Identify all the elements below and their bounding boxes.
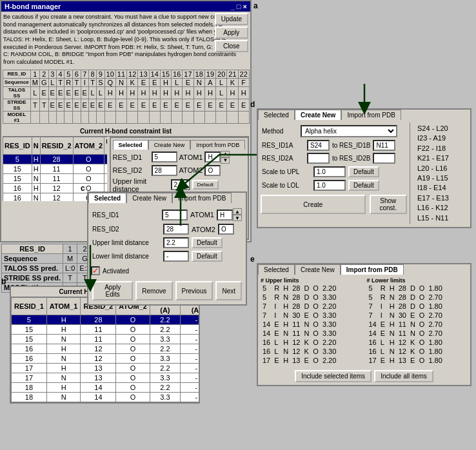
res-id1-input-inner[interactable] xyxy=(152,152,177,162)
activated-checkbox-c[interactable]: ✓ xyxy=(91,266,100,275)
list-item: A19 - L15 xyxy=(417,173,464,183)
scale-upl-input-d[interactable] xyxy=(313,166,346,177)
res-id2a-input-d[interactable] xyxy=(307,153,330,164)
apply-button[interactable]: Apply xyxy=(215,26,248,39)
show-const-btn-d[interactable]: Show const. xyxy=(370,195,407,214)
upper-input-c[interactable] xyxy=(163,237,189,248)
selected-tab-inner[interactable]: Selected xyxy=(113,140,148,150)
title-controls: _ □ × xyxy=(231,3,247,10)
table-row[interactable]: 18N14O3.3-1 xyxy=(12,393,199,402)
res-id2-input-inner[interactable] xyxy=(152,165,177,176)
res-list-d: S24 - L20I23 - A19F22 - I18K21 - E17L20 … xyxy=(414,122,468,224)
table-row[interactable]: 15N11O3.3-1 xyxy=(12,335,199,344)
table-row: 16LN12KO3.30 xyxy=(261,347,338,356)
table-row: 7IH28DO2.20 xyxy=(261,302,338,311)
atom1-input-inner[interactable] xyxy=(204,152,221,162)
atom1-down-c[interactable]: ▼ xyxy=(233,215,242,221)
update-button[interactable]: Update xyxy=(215,13,248,25)
lower-input-c[interactable] xyxy=(163,251,189,262)
atom1-input-c[interactable] xyxy=(217,210,233,220)
res-id2-input-c[interactable] xyxy=(163,224,189,235)
scale-lol-label-d: Scale to LOL xyxy=(262,182,313,189)
table-row[interactable]: 17N13O3.3-1 xyxy=(12,373,199,383)
table-row: 14EH11NO3.30 xyxy=(261,320,338,329)
tab-selected-e[interactable]: Selected xyxy=(258,264,295,275)
main-window-title-text: H-bond manager xyxy=(5,3,61,10)
upper-limit-inner[interactable] xyxy=(171,179,190,190)
lower-limits-table: 5RH28DO1.805RN28DO2.707IH28DO1.807IN30EO… xyxy=(367,284,444,365)
table-row: 14EN11NO3.30 xyxy=(261,329,338,338)
res-id1b-input-d[interactable] xyxy=(373,140,395,151)
label-a: a xyxy=(253,1,258,10)
list-item: L16 - K12 xyxy=(417,203,464,213)
tab-create-new-d[interactable]: Create New xyxy=(295,110,341,120)
table-row: 17EH13EO1.80 xyxy=(367,356,444,365)
atom2-input-inner[interactable] xyxy=(204,165,221,176)
table-row: 17EH13EO2.20 xyxy=(261,356,338,365)
to-label1-d: to RES_ID1B xyxy=(332,142,370,149)
res-id1a-input-d[interactable] xyxy=(307,140,330,151)
tab-create-new-e[interactable]: Create New xyxy=(295,264,341,275)
to-label2-d: to RES_ID2B xyxy=(332,155,370,162)
table-row[interactable]: 17H13O2.2-1 xyxy=(12,364,199,373)
tab-import-pdb-c[interactable]: Import from PDB xyxy=(172,193,232,203)
talos-label: TALOS SS pred. xyxy=(2,263,63,273)
table-row: 7IN30EO2.70 xyxy=(367,311,444,320)
tab-selected-d[interactable]: Selected xyxy=(258,110,295,120)
list-item: I23 - A19 xyxy=(417,133,464,143)
next-btn-c[interactable]: Next xyxy=(215,281,242,300)
scale-lol-input-d[interactable] xyxy=(313,180,346,191)
table-row[interactable]: 16H12O2.2-1 xyxy=(12,344,199,354)
tab-create-new-c[interactable]: Create New xyxy=(126,193,172,203)
atom1-label-c: ATOM1 xyxy=(190,211,214,219)
remove-btn-c[interactable]: Remove xyxy=(135,281,172,300)
upper-default-btn-inner[interactable]: Default xyxy=(192,180,219,190)
table-row: 16LH12KO1.80 xyxy=(367,338,444,347)
list-item: E17 - E13 xyxy=(417,193,464,203)
create-btn-d[interactable]: Create xyxy=(261,195,366,214)
atom1-up-c[interactable]: ▲ xyxy=(233,208,242,215)
upper-limits-table: 5RH28DO2.205RN28DO3.307IH28DO2.207IN30EO… xyxy=(261,284,338,365)
res-id2b-input-d[interactable] xyxy=(373,153,395,164)
include-all-btn-e[interactable]: Include all items xyxy=(374,370,433,382)
table-row: 5RH28DO1.80 xyxy=(367,284,444,293)
atom1-up-inner[interactable]: ▲ xyxy=(221,151,230,157)
apply-edits-btn-c[interactable]: Apply Edits xyxy=(92,281,133,300)
constraint-table: RESID_1 ATOM_1 RESID_2 ATOM_2 UPPER (A) … xyxy=(11,297,199,402)
tab-import-pdb-e[interactable]: Import from PDB xyxy=(341,264,404,275)
activated-label-c: Activated xyxy=(103,268,129,275)
panel-c: Selected Create New Import from PDB RES_… xyxy=(87,191,247,306)
method-label-d: Method xyxy=(262,128,301,135)
scale-upl-default-d[interactable]: Default xyxy=(348,166,379,177)
scale-lol-default-d[interactable]: Default xyxy=(348,180,379,191)
close-button[interactable]: Close xyxy=(215,40,248,52)
import-pdb-tab-inner[interactable]: Import from PDB xyxy=(190,140,245,150)
table-row[interactable]: 5H28O2.2-1 xyxy=(12,315,199,325)
atom1-down-inner[interactable]: ▼ xyxy=(221,157,230,164)
upper-default-c[interactable]: Default xyxy=(192,237,223,248)
res-id-header: RES_ID xyxy=(2,244,63,253)
instructions-text: Be cautious if you create a new constrai… xyxy=(1,12,250,68)
res-id1-input-c[interactable] xyxy=(162,210,188,220)
table-row: 14EH11NO2.70 xyxy=(367,320,444,329)
col-atom1: ATOM_1 xyxy=(46,298,81,315)
upper-label-c: Upper limit distance xyxy=(92,239,163,246)
include-selected-btn-e[interactable]: Include selected items xyxy=(295,370,372,382)
table-row[interactable]: 18H14O2.2-1 xyxy=(12,383,199,393)
atom2-input-c[interactable] xyxy=(218,224,234,235)
res-id1-label-c: RES_ID1 xyxy=(92,211,162,219)
create-new-tab-inner[interactable]: Create New xyxy=(148,140,191,150)
list-item: L20 - L16 xyxy=(417,164,464,173)
lower-limits-header: # Lower limits xyxy=(367,277,468,284)
method-select-d[interactable]: Alpha helix xyxy=(301,125,397,137)
main-window-title: H-bond manager _ □ × xyxy=(1,1,250,12)
lower-default-c[interactable]: Default xyxy=(192,251,223,262)
table-row[interactable]: 15H11O2.2-1 xyxy=(12,325,199,335)
tab-selected-c[interactable]: Selected xyxy=(88,193,126,203)
tab-import-pdb-d[interactable]: Import from PDB xyxy=(341,110,401,120)
previous-btn-c[interactable]: Previous xyxy=(175,281,213,300)
table-row: 7IH28DO1.80 xyxy=(367,302,444,311)
table-row[interactable]: 16N12O3.3-1 xyxy=(12,354,199,364)
list-item: K21 - E17 xyxy=(417,153,464,163)
lower-label-c: Lower limit distance xyxy=(92,253,163,260)
